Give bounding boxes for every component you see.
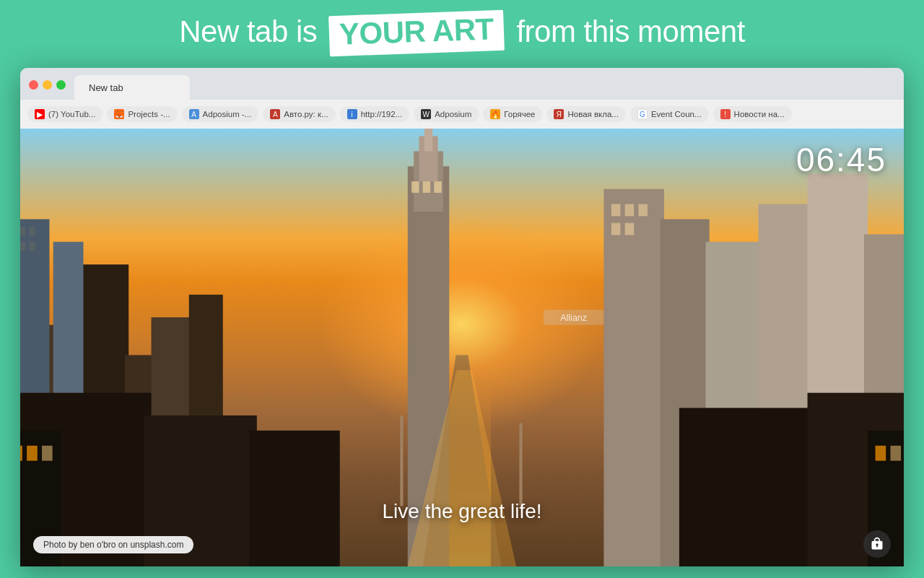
svg-rect-41 <box>20 446 22 461</box>
svg-text:Allianz: Allianz <box>560 313 587 323</box>
svg-rect-37 <box>679 408 815 566</box>
go-favicon: G <box>637 109 648 119</box>
svg-rect-31 <box>400 415 403 506</box>
title-bar: New tab <box>20 68 904 100</box>
bookmark-ip[interactable]: ihttp://192... <box>340 106 410 122</box>
svg-rect-28 <box>611 223 621 236</box>
minimize-button[interactable] <box>43 80 52 90</box>
bookmark-ff[interactable]: 🦊Projects -... <box>107 106 177 122</box>
bookmark-label-yt: (7) YouTub... <box>48 110 95 118</box>
promo-before: New tab is <box>179 14 317 48</box>
bookmark-nw[interactable]: !Новости на... <box>713 106 792 122</box>
svg-rect-43 <box>42 446 53 461</box>
bookmark-ya[interactable]: ЯНовая вкла... <box>546 106 625 122</box>
traffic-lights <box>29 80 74 100</box>
svg-rect-8 <box>20 227 25 236</box>
tagline: Live the great life! <box>382 500 541 523</box>
promo-art-highlight: YOUR ART <box>329 10 505 56</box>
ya-favicon: Я <box>554 109 564 119</box>
svg-rect-32 <box>519 423 522 506</box>
promo-area: New tab is YOUR ART from this moment <box>0 0 924 68</box>
bookmark-yt[interactable]: ▶(7) YouTub... <box>27 106 103 122</box>
bookmark-label-ff: Projects -... <box>128 110 170 118</box>
bookmark-label-ad: Adposium -... <box>203 110 252 118</box>
bookmark-av[interactable]: ААвто.ру: к... <box>263 106 335 122</box>
yt-favicon: ▶ <box>35 109 45 119</box>
bookmark-ad[interactable]: AAdposium -... <box>182 106 259 122</box>
photo-credit: Photo by ben o'bro on unsplash.com <box>33 536 193 553</box>
clock: 06:45 <box>796 140 886 179</box>
promo-after: from this moment <box>516 14 744 48</box>
nw-favicon: ! <box>720 109 731 119</box>
promo-text: New tab is YOUR ART from this moment <box>179 13 745 53</box>
svg-rect-17 <box>423 181 430 193</box>
ip-favicon: i <box>347 109 357 119</box>
svg-rect-19 <box>603 189 664 566</box>
close-button[interactable] <box>29 80 38 90</box>
svg-rect-44 <box>876 446 886 461</box>
av-favicon: А <box>270 109 280 119</box>
bookmark-or[interactable]: 🔥Горячее <box>483 106 542 122</box>
ad-favicon: A <box>189 109 199 119</box>
w-favicon: W <box>421 109 431 119</box>
bookmark-label-nw: Новости на... <box>734 110 785 118</box>
svg-rect-26 <box>625 204 635 216</box>
svg-rect-18 <box>434 181 441 193</box>
bookmark-label-go: Event Coun... <box>651 110 702 118</box>
browser-window: New tab ▶(7) YouTub...🦊Projects -...AAdp… <box>20 68 904 566</box>
svg-rect-16 <box>411 181 419 193</box>
bookmark-label-w: Adposium <box>435 110 471 118</box>
bookmark-label-av: Авто.ру: к... <box>284 110 328 118</box>
settings-button[interactable] <box>863 530 891 558</box>
newtab-content: Allianz 06:45 Live the great life! Photo… <box>20 129 904 566</box>
svg-rect-11 <box>29 242 35 251</box>
maximize-button[interactable] <box>56 80 66 90</box>
svg-rect-36 <box>249 431 339 566</box>
bookmark-go[interactable]: GEvent Coun... <box>630 106 709 122</box>
svg-rect-9 <box>29 227 35 236</box>
bookmark-label-ya: Новая вкла... <box>567 110 618 118</box>
lock-icon <box>870 537 884 551</box>
ff-favicon: 🦊 <box>114 109 124 119</box>
svg-rect-25 <box>611 204 621 216</box>
or-favicon: 🔥 <box>490 109 500 119</box>
active-tab-label: New tab <box>89 82 123 93</box>
svg-rect-42 <box>27 446 38 461</box>
bookmark-w[interactable]: WAdposium <box>414 106 479 122</box>
svg-rect-10 <box>20 242 25 251</box>
svg-rect-27 <box>638 204 648 216</box>
svg-rect-45 <box>890 446 901 461</box>
svg-rect-15 <box>424 129 432 151</box>
bookmark-label-ip: http://192... <box>361 110 403 118</box>
bookmarks-toolbar: ▶(7) YouTub...🦊Projects -...AAdposium -.… <box>20 100 904 129</box>
active-tab[interactable]: New tab <box>74 75 190 100</box>
bookmark-label-or: Горячее <box>504 110 535 118</box>
svg-rect-29 <box>625 223 635 236</box>
